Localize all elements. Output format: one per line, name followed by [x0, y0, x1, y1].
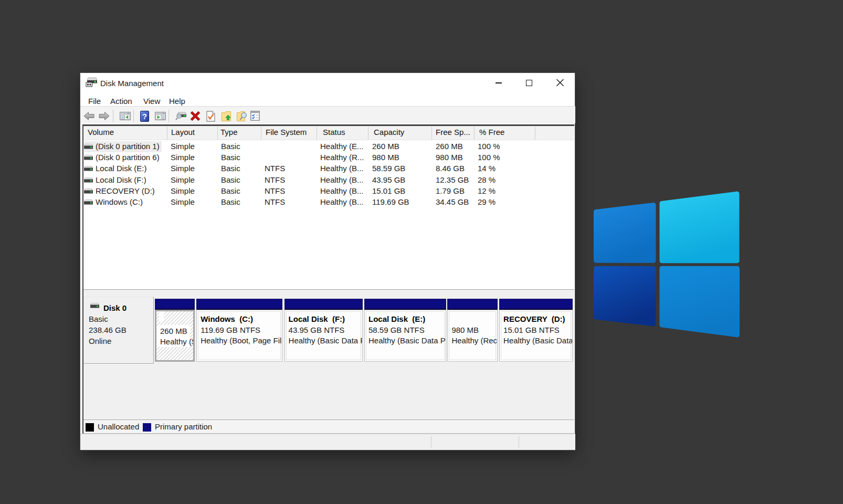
svg-text:?: ?	[142, 112, 147, 121]
